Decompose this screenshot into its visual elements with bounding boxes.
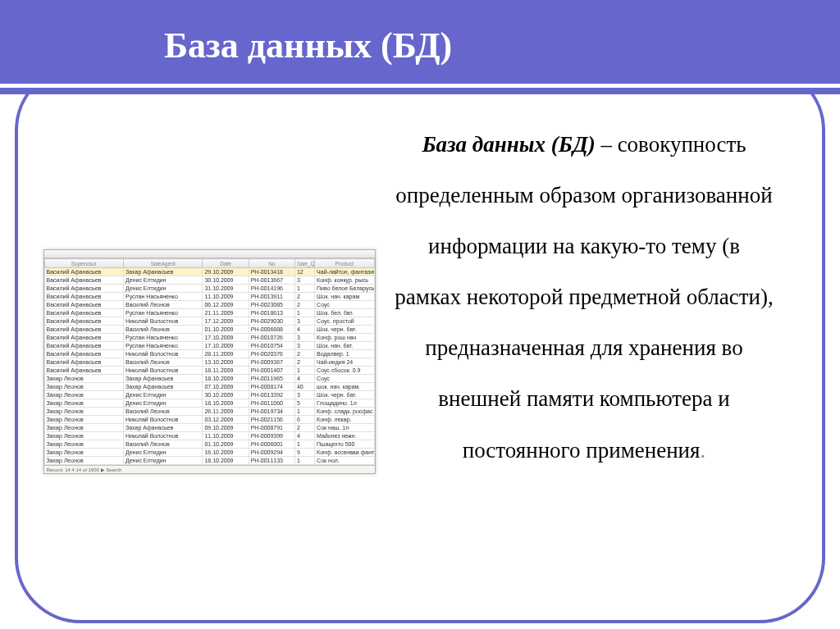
table-cell: PH-0029030 — [249, 317, 294, 326]
table-cell: Чай-лайтон, фантазия — [315, 268, 374, 276]
table-cell: 31.10.2009 — [203, 285, 249, 293]
table-cell: 29.10.2009 — [203, 268, 249, 276]
table-row: Василий АфанасьевНиколай Волостнов28.11.… — [44, 350, 374, 358]
table-cell: PH-0006888 — [249, 326, 294, 334]
table-cell: 4 — [294, 432, 314, 440]
table-cell: Соус сбосок. 0.9 — [315, 367, 374, 375]
table-cell: Николай Волостнов — [123, 367, 202, 375]
table-cell: PH-0013667 — [249, 276, 294, 285]
table-cell: Шок. нач. карам — [315, 293, 374, 301]
table-cell: Василий Леонов — [123, 301, 202, 309]
table-cell: Конф. рош нач — [315, 334, 374, 342]
table-cell: 17.10.2009 — [203, 334, 249, 342]
table-cell: 6 — [294, 416, 314, 424]
data-table: Supervisor SaleAgent Date No Sale_Qty Pr… — [44, 258, 375, 465]
table-cell: 4 — [294, 375, 314, 383]
table-cell: Захар Леонов — [44, 457, 123, 465]
definition-term: База данных (БД) — [422, 132, 595, 157]
table-row: Захар ЛеоновНиколай Волостнов11.10.2009P… — [44, 432, 374, 440]
table-cell: 1 — [294, 408, 314, 416]
header-band: База данных (БД) — [0, 0, 840, 94]
table-cell: 11.10.2009 — [203, 293, 249, 301]
table-cell: PH-0009367 — [249, 358, 294, 367]
table-cell: Водалвер. 1 — [315, 350, 374, 358]
table-row: Василий АфанасьевЗахар Афанасьев29.10.20… — [44, 268, 374, 276]
table-cell: 3 — [294, 317, 314, 326]
table-cell: шок. нач. карам. — [315, 383, 374, 391]
table-cell: Чай-индия 24 — [315, 358, 374, 367]
table-cell: Конф. ассенваа фант. — [315, 449, 374, 457]
table-cell: Конф. конкур. рысь — [315, 276, 374, 285]
table-cell: Денис Елтидин — [123, 457, 202, 465]
table-cell: Денис Елтидин — [123, 276, 202, 285]
table-cell: 2 — [294, 424, 314, 432]
table-cell: 2 — [294, 358, 314, 367]
content-area: Supervisor SaleAgent Date No Sale_Qty Pr… — [33, 111, 807, 613]
table-cell: PH-0010754 — [249, 342, 294, 350]
table-cell: Сок наш. 1л — [315, 424, 374, 432]
table-cell: 1 — [294, 309, 314, 317]
table-cell: Денис Елтидин — [123, 391, 202, 399]
col-no: No — [249, 259, 294, 268]
table-cell: Захар Леонов — [44, 424, 123, 432]
table-cell: Захар Леонов — [44, 416, 123, 424]
table-cell: 17.12.2009 — [203, 317, 249, 326]
definition-text: – совокупность определенным образом орга… — [395, 132, 773, 463]
table-cell: Василий Афанасьев — [44, 293, 123, 301]
col-saleagent: SaleAgent — [123, 259, 202, 268]
table-cell: Захар Леонов — [44, 399, 123, 408]
table-cell: 2 — [294, 350, 314, 358]
table-row: Захар ЛеоновВасилий Леонов26.11.2009PH-0… — [44, 408, 374, 416]
table-cell: 16.10.2009 — [203, 449, 249, 457]
table-cell: 01.10.2009 — [203, 440, 249, 449]
table-cell: 18.10.2009 — [203, 399, 249, 408]
table-cell: Николай Волостнов — [123, 317, 202, 326]
table-cell: 1 — [294, 440, 314, 449]
table-cell: Захар Леонов — [44, 449, 123, 457]
table-row: Василий АфанасьевВасилий Леонов06.12.200… — [44, 301, 374, 309]
table-cell: Захар Леонов — [44, 391, 123, 399]
table-cell: Василий Афанасьев — [44, 285, 123, 293]
record-navigator: Record: 14 4 14 of 1900 ▶ Search — [44, 465, 375, 473]
table-cell: Шок. нач. бат. — [315, 342, 374, 350]
table-cell: 2 — [294, 293, 314, 301]
table-cell: Захар Леонов — [44, 383, 123, 391]
table-cell: PH-0011965 — [249, 375, 294, 383]
table-cell: Николай Волостнов — [123, 416, 202, 424]
table-row: Захар ЛеоновДенис Елтидин16.10.2009PH-00… — [44, 449, 374, 457]
table-cell: 07.10.2009 — [203, 383, 249, 391]
page-title: База данных (БД) — [164, 25, 452, 66]
table-cell: 09.10.2009 — [203, 424, 249, 432]
table-cell: Пшацехто 500 — [315, 440, 374, 449]
table-row: Василий АфанасьевДенис Елтидин31.10.2009… — [44, 285, 374, 293]
table-cell: Конф. сладк. росфас — [315, 408, 374, 416]
table-cell: 2 — [294, 301, 314, 309]
table-cell: Василий Афанасьев — [44, 334, 123, 342]
table-cell: 13.10.2009 — [203, 358, 249, 367]
table-cell: PH-0013392 — [249, 391, 294, 399]
table-row: Захар ЛеоновЗахар Афанасьев07.10.2009PH-… — [44, 383, 374, 391]
table-cell: PH-0020376 — [249, 350, 294, 358]
table-cell: PH-0009399 — [249, 432, 294, 440]
table-cell: Василий Афанасьев — [44, 367, 123, 375]
table-cell: Руслан Насьяненко — [123, 334, 202, 342]
table-cell: PH-0013911 — [249, 293, 294, 301]
table-cell: Василий Афанасьев — [44, 326, 123, 334]
col-qty: Sale_Qty — [294, 259, 314, 268]
table-row: Захар ЛеоновЗахар Афанасьев09.10.2009PH-… — [44, 424, 374, 432]
table-cell: 17.10.2009 — [203, 342, 249, 350]
table-cell: Руслан Насьяненко — [123, 293, 202, 301]
definition-column: База данных (БД) – совокупность определе… — [386, 111, 807, 613]
table-cell: 3 — [294, 334, 314, 342]
table-row: Василий АфанасьевРуслан Насьяненко17.10.… — [44, 342, 374, 350]
definition-period: . — [700, 438, 705, 463]
table-cell: 18.10.2009 — [203, 375, 249, 383]
table-cell: Василий Афанасьев — [44, 301, 123, 309]
table-row: Василий АфанасьевРуслан Насьяненко11.10.… — [44, 293, 374, 301]
table-cell: 26.11.2009 — [203, 408, 249, 416]
table-cell: PH-0010726 — [249, 334, 294, 342]
table-cell: Захар Афанасьев — [123, 424, 202, 432]
table-cell: PH-0011133 — [249, 457, 294, 465]
table-cell: 3 — [294, 342, 314, 350]
table-cell: Захар Афанасьев — [123, 383, 202, 391]
